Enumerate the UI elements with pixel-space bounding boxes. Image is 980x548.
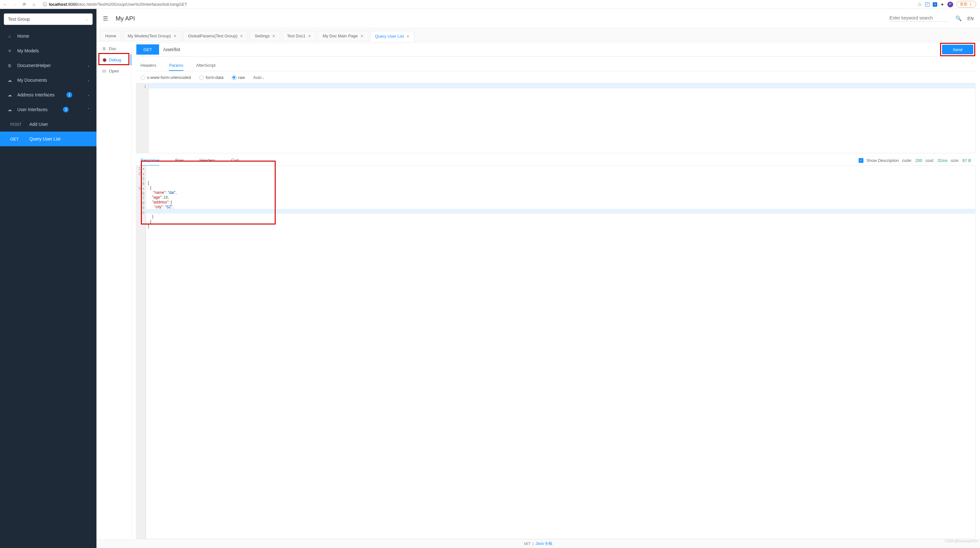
sidebar-label: Address Interfaces — [17, 92, 55, 97]
home-icon: ⌂ — [6, 34, 13, 39]
models-icon: ✳ — [6, 49, 13, 53]
count-badge: 1 — [67, 92, 72, 98]
tab-label: GlobalParams(Test Group) — [188, 33, 238, 38]
tab-headers[interactable]: Headers — [140, 60, 156, 71]
search-input[interactable] — [889, 15, 947, 21]
doc-icon: 🗎 — [102, 46, 107, 51]
highlight-box: Send — [940, 43, 975, 56]
resp-tab-headers[interactable]: Headers — [200, 155, 215, 166]
reload-icon[interactable]: ⟳ — [22, 2, 27, 7]
resp-tab-curl[interactable]: Curl — [231, 155, 239, 166]
highlight-box — [99, 53, 129, 65]
sidebar-item-my-models[interactable]: ✳ My Models — [0, 43, 97, 58]
close-icon[interactable]: ✕ — [240, 34, 243, 38]
code-label: code: — [902, 158, 912, 163]
close-icon[interactable]: ✕ — [308, 34, 311, 38]
cost-label: cost: — [925, 158, 934, 163]
folder-icon: 🗁 — [102, 69, 107, 73]
close-icon[interactable]: ✕ — [272, 34, 275, 38]
home-icon[interactable]: ⌂ — [31, 2, 37, 7]
radio-raw[interactable]: raw — [232, 75, 245, 80]
sidebar-item-home[interactable]: ⌂ Home — [0, 29, 97, 43]
resp-tab-response[interactable]: Response — [140, 155, 159, 166]
sub-label: Query User List — [29, 137, 60, 141]
chevron-down-icon: ⌄ — [87, 78, 90, 83]
sidebar-item-my-documents[interactable]: ☁ My Documents ⌄ — [0, 73, 97, 87]
cloud-icon: ☁ — [6, 107, 13, 112]
tab-afterscript[interactable]: AfterScript — [196, 60, 216, 71]
google-translate-icon[interactable]: G — [933, 2, 937, 7]
resp-tab-raw[interactable]: Raw — [175, 155, 184, 166]
sidebar-item-document-helper[interactable]: 🗎 DocumentHelper ⌄ — [0, 58, 97, 73]
count-badge: 2 — [63, 106, 69, 113]
tab-global-params[interactable]: GlobalParams(Test Group)✕ — [183, 31, 248, 41]
search-input-wrap — [889, 15, 947, 22]
footer: MIT | Java 全栈 — [97, 539, 980, 548]
checkbox-show-description[interactable]: ✓ — [859, 158, 864, 163]
address-bar[interactable]: ⓘ localhost:8080/doc.html#/Test%20Group/… — [41, 2, 913, 7]
size-label: size: — [951, 158, 959, 163]
close-icon[interactable]: ✕ — [173, 34, 177, 38]
http-method[interactable]: GET — [137, 44, 159, 55]
url-host: localhost — [49, 2, 67, 7]
request-body-editor[interactable]: 1 — [136, 83, 975, 153]
lang-toggle[interactable]: EN — [967, 16, 974, 21]
response-editor[interactable]: 1 ▾2 ▾345 ▾678910 [ { "name": "dai", "ag… — [136, 165, 975, 539]
info-icon[interactable]: ⓘ — [43, 2, 47, 7]
radio-form-data[interactable]: form-data — [199, 75, 224, 80]
tab-home[interactable]: Home — [100, 31, 121, 41]
chevron-down-icon: ⌄ — [87, 93, 90, 97]
left-tab-doc[interactable]: 🗎Doc — [97, 43, 131, 54]
left-tab-open[interactable]: 🗁Open — [97, 65, 131, 77]
tab-my-models[interactable]: My Models(Test Group)✕ — [123, 31, 181, 41]
radio-urlencoded[interactable]: x-www-form-urlencoded — [140, 75, 191, 80]
extensions-icon[interactable]: ✦ — [940, 2, 944, 7]
tab-query-user-list[interactable]: Query User List✕ — [370, 31, 414, 41]
size-value: 67 B — [963, 158, 971, 163]
tab-label: Settings — [255, 33, 270, 38]
forward-icon[interactable]: → — [12, 2, 17, 7]
sidebar-sub-add-user[interactable]: POST Add User — [0, 117, 97, 132]
tab-label: Test Doc1 — [287, 33, 305, 38]
back-icon[interactable]: ← — [3, 2, 8, 7]
cloud-icon: ☁ — [6, 78, 13, 83]
response-tabs-row: Response Raw Headers Curl ✓ Show Descrip… — [136, 155, 975, 166]
sub-label: Add User — [29, 122, 48, 127]
url-path: /doc.html#/Test%20Group/User%20Interface… — [78, 2, 187, 7]
search-icon[interactable]: 🔍 — [955, 15, 962, 21]
tab-params[interactable]: Params — [169, 60, 183, 71]
group-select[interactable]: Test Group ⌄ — [4, 13, 92, 25]
topbar: ☰ My API 🔍 EN — [97, 9, 980, 28]
sidebar-sub-query-user-list[interactable]: GET Query User List — [0, 132, 97, 146]
tab-test-doc1[interactable]: Test Doc1✕ — [282, 31, 316, 41]
footer-link[interactable]: Java 全栈 — [536, 541, 553, 546]
close-icon[interactable]: ✕ — [406, 34, 409, 39]
tab-my-doc-main[interactable]: My Doc Main Page✕ — [318, 31, 368, 41]
lt-label: Doc — [109, 46, 116, 51]
sidebar: Test Group ⌄ ⌂ Home ✳ My Models 🗎 Docume… — [0, 9, 97, 548]
tab-settings[interactable]: Settings✕ — [250, 31, 280, 41]
request-path[interactable]: /user/list — [159, 47, 940, 52]
close-icon[interactable]: ✕ — [360, 34, 364, 38]
footer-sep: | — [533, 542, 533, 546]
sidebar-label: My Documents — [17, 78, 47, 83]
menu-toggle-icon[interactable]: ☰ — [103, 15, 108, 22]
profile-avatar[interactable]: P — [947, 2, 953, 7]
sidebar-item-user-interfaces[interactable]: ☁ User Interfaces 2 ⌃ — [0, 102, 97, 117]
sidebar-label: DocumentHelper — [17, 63, 51, 68]
sidebar-label: User Interfaces — [17, 107, 48, 112]
sidebar-item-address-interfaces[interactable]: ☁ Address Interfaces 1 ⌄ — [0, 87, 97, 102]
translate-badge-icon[interactable]: 0 — [925, 2, 929, 7]
send-button[interactable]: Send — [942, 45, 973, 54]
method-label: POST — [10, 122, 29, 127]
url-port: :8080 — [67, 2, 78, 7]
bookmark-icon[interactable]: ☆ — [917, 1, 922, 7]
tab-label: My Models(Test Group) — [128, 33, 171, 38]
response-code: [ { "name": "dai", "age": 18, "address":… — [146, 166, 975, 539]
auto-select[interactable]: Auto⌄ — [253, 75, 265, 80]
update-button[interactable]: 更新⋮ — [956, 1, 976, 8]
lt-label: Open — [109, 69, 119, 73]
tab-label: My Doc Main Page — [323, 33, 358, 38]
app-title: My API — [116, 15, 135, 22]
footer-mit: MIT — [524, 542, 531, 546]
